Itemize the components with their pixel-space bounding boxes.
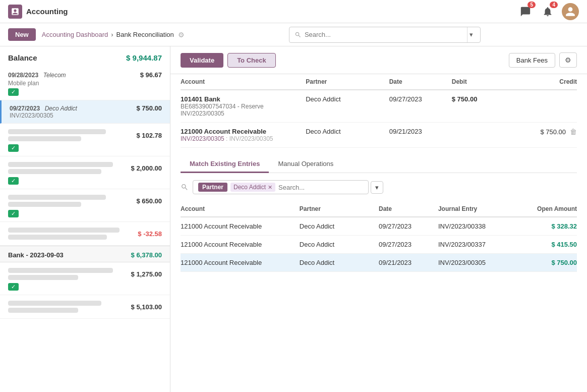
brow-amount: $ 328.32 xyxy=(517,222,577,230)
txn-amount: $ 2,000.00 xyxy=(131,164,162,172)
new-button[interactable]: New xyxy=(8,28,36,41)
account-partner: Deco Addict xyxy=(306,95,389,103)
validate-button[interactable]: Validate xyxy=(181,53,223,68)
txn-check-icon: ✓ xyxy=(8,177,19,185)
account-ref-link[interactable]: INV/2023/00305 : INV/2023/00305 xyxy=(181,135,306,142)
account-name: 121000 Account Receivable xyxy=(181,128,306,135)
settings-small-icon[interactable]: ⚙ xyxy=(178,31,185,39)
user-avatar[interactable] xyxy=(562,3,579,20)
txn-ref: INV/2023/00305 xyxy=(10,112,162,119)
bottom-table-row[interactable]: 121000 Account Receivable Deco Addict 09… xyxy=(181,217,577,236)
brow-amount: $ 415.50 xyxy=(517,241,577,248)
bank-section-amount: $ 6,378.00 xyxy=(131,251,162,259)
search-dropdown-button[interactable]: ▾ xyxy=(467,27,475,42)
settings-cog-icon[interactable]: ⚙ xyxy=(559,52,577,68)
txn-check-icon: ✓ xyxy=(8,210,19,217)
transaction-item[interactable]: $ -32.58 xyxy=(0,222,170,246)
col-credit: Credit xyxy=(514,78,577,85)
partner-chip: Partner xyxy=(198,183,227,192)
tocheck-button[interactable]: To Check xyxy=(227,53,276,68)
account-ref: BE68539007547034 - Reserve INV/2023/0030… xyxy=(181,103,306,117)
txn-amount: $ 102.78 xyxy=(136,132,162,139)
tab-manual-operations[interactable]: Manual Operations xyxy=(269,156,342,173)
transaction-item[interactable]: 09/28/2023 Telecom $ 96.67 Mobile plan ✓ xyxy=(0,67,170,100)
bcol-date: Date xyxy=(379,205,438,212)
txn-partner: Telecom xyxy=(43,72,66,79)
brow-journal: INV/2023/00305 xyxy=(438,259,517,266)
bcol-amount: Open Amount xyxy=(517,205,577,212)
txn-check-icon: ✓ xyxy=(8,144,19,152)
balance-header: Balance $ 9,944.87 xyxy=(0,46,170,67)
bottom-table-header: Account Partner Date Journal Entry Open … xyxy=(181,201,577,217)
balance-label: Balance xyxy=(8,53,37,62)
brow-date: 09/21/2023 xyxy=(379,259,438,266)
brow-partner: Deco Addict xyxy=(300,241,379,248)
brow-date: 09/27/2023 xyxy=(379,241,438,248)
filter-search-input[interactable] xyxy=(278,184,363,191)
breadcrumb-separator: › xyxy=(111,31,113,38)
account-row: 121000 Account Receivable INV/2023/00305… xyxy=(181,123,577,148)
inv-link-extra: : INV/2023/00305 xyxy=(226,135,273,142)
filter-search-bar: Partner Deco Addict ✕ xyxy=(193,180,369,194)
bcol-partner: Partner xyxy=(300,205,379,212)
breadcrumb-parent[interactable]: Accounting Dashboard xyxy=(42,31,108,38)
activity-badge: 4 xyxy=(550,2,558,8)
account-table-header: Account Partner Date Debit Credit xyxy=(181,74,577,90)
breadcrumb-current: Bank Reconciliation xyxy=(116,31,174,38)
main-content: Validate To Check Bank Fees ⚙ Account Pa… xyxy=(170,46,587,392)
app-icon xyxy=(8,5,22,19)
brow-journal: INV/2023/00337 xyxy=(438,241,517,248)
partner-value: Deco Addict ✕ xyxy=(230,183,275,192)
bcol-account: Account xyxy=(181,205,300,212)
delete-row-icon[interactable]: 🗑 xyxy=(570,128,577,136)
topnav-right: 5 4 xyxy=(517,3,579,20)
sub-navbar: New Accounting Dashboard › Bank Reconcil… xyxy=(0,23,587,46)
txn-date: 09/28/2023 xyxy=(8,72,38,79)
account-table-container: Account Partner Date Debit Credit 101401… xyxy=(170,74,587,148)
bottom-tabs: Match Existing Entries Manual Operations xyxy=(181,156,577,173)
transaction-item[interactable]: $ 650.00 ✓ xyxy=(0,189,170,222)
txn-amount: $ 1,275.00 xyxy=(131,270,162,278)
bottom-table-row-highlighted[interactable]: 121000 Account Receivable Deco Addict 09… xyxy=(181,254,577,272)
activity-button[interactable]: 4 xyxy=(540,4,556,20)
brow-journal: INV/2023/00338 xyxy=(438,222,517,230)
brow-account: 121000 Account Receivable xyxy=(181,222,300,230)
brow-account: 121000 Account Receivable xyxy=(181,241,300,248)
txn-amount-negative: $ -32.58 xyxy=(138,230,162,238)
txn-date: 09/27/2023 xyxy=(10,105,40,112)
transaction-item-active[interactable]: 09/27/2023 Deco Addict $ 750.00 INV/2023… xyxy=(0,100,170,124)
bank-transaction-item[interactable]: $ 5,103.00 xyxy=(0,295,170,319)
account-debit: $ 750.00 xyxy=(452,95,514,103)
brow-partner: Deco Addict xyxy=(300,222,379,230)
account-row: 101401 Bank BE68539007547034 - Reserve I… xyxy=(181,90,577,123)
content-header: Validate To Check Bank Fees ⚙ xyxy=(170,46,587,74)
account-date: 09/21/2023 xyxy=(389,128,452,135)
txn-desc: Mobile plan xyxy=(8,80,162,87)
search-bar-container: ▾ xyxy=(191,27,579,43)
bcol-journal: Journal Entry xyxy=(438,205,517,212)
col-account: Account xyxy=(181,78,306,85)
txn-amount: $ 96.67 xyxy=(140,71,162,79)
txn-amount: $ 5,103.00 xyxy=(131,303,162,311)
search-bar: ▾ xyxy=(289,27,481,43)
search-input[interactable] xyxy=(305,31,464,38)
partner-value-text: Deco Addict xyxy=(233,184,266,191)
messages-button[interactable]: 5 xyxy=(517,4,534,20)
partner-close-icon[interactable]: ✕ xyxy=(268,184,272,191)
brow-date: 09/27/2023 xyxy=(379,222,438,230)
bank-transaction-item[interactable]: $ 1,275.00 ✓ xyxy=(0,262,170,295)
top-navbar: Accounting 5 4 xyxy=(0,0,587,23)
col-debit: Debit xyxy=(452,78,514,85)
transaction-item[interactable]: $ 102.78 ✓ xyxy=(0,124,170,156)
bank-fees-button[interactable]: Bank Fees xyxy=(509,53,555,68)
filter-dropdown-button[interactable]: ▾ xyxy=(371,181,383,194)
bottom-table-row[interactable]: 121000 Account Receivable Deco Addict 09… xyxy=(181,236,577,254)
balance-amount: $ 9,944.87 xyxy=(126,53,162,62)
col-date: Date xyxy=(389,78,452,85)
credit-amount: $ 750.00 xyxy=(540,128,566,136)
inv-link[interactable]: INV/2023/00305 xyxy=(181,135,224,142)
tab-match-existing[interactable]: Match Existing Entries xyxy=(181,156,269,173)
transaction-item[interactable]: $ 2,000.00 ✓ xyxy=(0,156,170,189)
account-partner: Deco Addict xyxy=(306,128,389,135)
sidebar: Balance $ 9,944.87 09/28/2023 Telecom $ … xyxy=(0,46,170,392)
